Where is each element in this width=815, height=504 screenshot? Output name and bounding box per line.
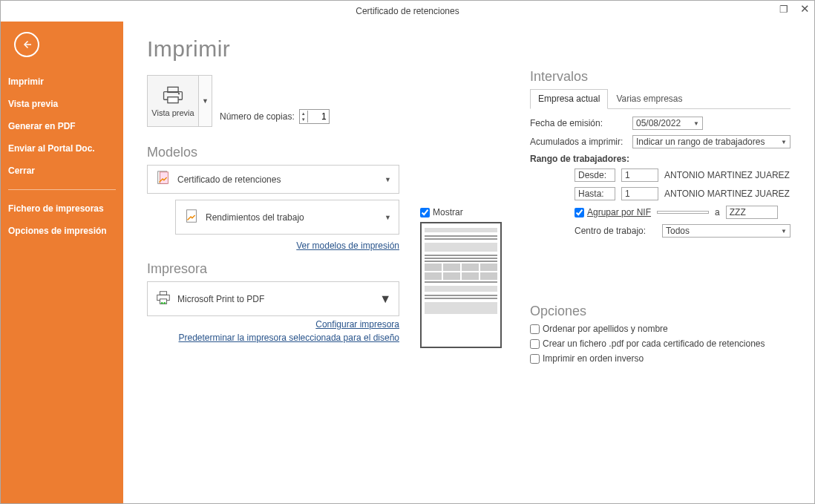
close-icon[interactable]: ✕ <box>798 2 811 16</box>
chevron-down-icon: ▼ <box>781 228 787 235</box>
main-content: Imprimir Vista previa ▼ <box>123 22 814 503</box>
opcion-ordenar[interactable]: Ordenar por apellidos y nombre <box>530 324 791 334</box>
left-column: Imprimir Vista previa ▼ <box>147 36 399 488</box>
tab-varias-empresas[interactable]: Varias empresas <box>608 89 690 108</box>
copies-spinner[interactable]: ▲ ▼ <box>299 109 330 124</box>
back-button[interactable] <box>14 32 39 57</box>
sidebar-item-opciones[interactable]: Opciones de impresión <box>1 220 123 242</box>
fecha-label: Fecha de emisión: <box>530 118 626 128</box>
mid-column: Mostrar <box>420 36 509 488</box>
right-column: Intervalos Empresa actual Varias empresa… <box>530 36 791 488</box>
opcion2-label: Crear un fichero .pdf por cada certifica… <box>543 338 765 349</box>
sidebar-item-imprimir[interactable]: Imprimir <box>1 71 123 93</box>
desde-input[interactable]: 1 <box>621 168 658 182</box>
opcion3-label: Imprimir en orden inverso <box>543 353 644 364</box>
nif-from-input[interactable] <box>657 211 709 214</box>
printer-icon <box>161 85 185 105</box>
sidebar-separator <box>8 189 116 190</box>
nif-to-input[interactable]: ZZZ <box>726 206 778 219</box>
opcion1-label: Ordenar por apellidos y nombre <box>543 324 668 334</box>
link-configurar[interactable]: Configurar impresora <box>147 319 399 330</box>
titlebar: Certificado de retenciones ❐ ✕ <box>1 1 814 22</box>
centro-label: Centro de trabajo: <box>575 226 656 236</box>
svg-rect-8 <box>160 292 166 295</box>
body: Imprimir Vista previa Generar en PDF Env… <box>1 22 814 503</box>
svg-rect-2 <box>168 97 178 103</box>
modelo1-label: Certificado de retenciones <box>177 174 281 185</box>
modelo-certificado[interactable]: Certificado de retenciones ▼ <box>147 165 399 194</box>
hasta-label-box: Hasta: <box>575 187 615 200</box>
mostrar-checkbox[interactable] <box>420 208 430 217</box>
acum-label: Acumulados a imprimir: <box>530 137 626 147</box>
fecha-input[interactable]: 05/08/2022 ▼ <box>632 117 703 130</box>
chevron-down-icon: ▼ <box>384 176 391 183</box>
tabs: Empresa actual Varias empresas <box>530 89 791 109</box>
vista-previa-dropdown[interactable]: ▼ <box>199 75 212 127</box>
desde-name: ANTONIO MARTINEZ JUAREZ <box>664 170 790 180</box>
impresora-name: Microsoft Print to PDF <box>177 294 264 304</box>
opciones-heading: Opciones <box>530 304 791 319</box>
svg-rect-9 <box>160 299 166 304</box>
maximize-icon[interactable]: ❐ <box>777 2 791 16</box>
intervalos-heading: Intervalos <box>530 69 791 85</box>
mostrar-check[interactable]: Mostrar <box>420 207 509 217</box>
check-fichero[interactable] <box>530 339 540 349</box>
agrupar-checkbox[interactable] <box>575 208 584 217</box>
sidebar-item-vista-previa[interactable]: Vista previa <box>1 93 123 115</box>
chevron-down-icon: ▼ <box>693 120 699 127</box>
sidebar-item-fichero[interactable]: Fichero de impresoras <box>1 197 123 220</box>
chevron-down-icon: ▼ <box>379 292 391 306</box>
vista-previa-button[interactable]: Vista previa <box>147 75 199 127</box>
link-predeterminar[interactable]: Predeterminar la impresora seleccionada … <box>147 333 399 343</box>
acum-select[interactable]: Indicar un rango de trabajadores ▼ <box>632 135 791 148</box>
rango-heading: Rango de trabajadores: <box>530 154 791 164</box>
copies-input[interactable] <box>308 111 329 122</box>
sidebar-item-enviar-portal[interactable]: Enviar al Portal Doc. <box>1 137 123 160</box>
print-row: Vista previa ▼ Número de copias: ▲ ▼ <box>147 75 399 127</box>
chevron-down-icon: ▼ <box>781 139 787 145</box>
copies-row: Número de copias: ▲ ▼ <box>220 109 330 124</box>
desde-label-box: Desde: <box>575 168 615 182</box>
modelo2-label: Rendimientos del trabajo <box>206 212 304 223</box>
check-inverso[interactable] <box>530 354 540 364</box>
sidebar: Imprimir Vista previa Generar en PDF Env… <box>1 22 123 503</box>
sidebar-item-cerrar[interactable]: Cerrar <box>1 160 123 182</box>
hasta-input[interactable]: 1 <box>621 187 658 200</box>
agrupar-label: Agrupar por NIF <box>587 207 651 217</box>
copies-label: Número de copias: <box>220 111 295 122</box>
modelo-rendimientos[interactable]: Rendimientos del trabajo ▼ <box>175 200 399 235</box>
opcion-inverso[interactable]: Imprimir en orden inverso <box>530 353 791 364</box>
chevron-down-icon: ▼ <box>384 214 391 221</box>
fecha-value: 05/08/2022 <box>636 118 681 128</box>
opcion-fichero[interactable]: Crear un fichero .pdf por cada certifica… <box>530 338 791 349</box>
vista-previa-label: Vista previa <box>151 108 194 117</box>
impresora-select[interactable]: Microsoft Print to PDF ▼ <box>147 281 399 316</box>
mostrar-label: Mostrar <box>433 207 463 217</box>
hasta-name: ANTONIO MARTINEZ JUAREZ <box>664 189 790 199</box>
preview-thumbnail[interactable] <box>420 222 502 348</box>
centro-value: Todos <box>666 226 690 236</box>
spinner-down-icon[interactable]: ▼ <box>300 117 307 122</box>
spinner-up-icon[interactable]: ▲ <box>300 111 307 117</box>
agrupar-nif-check[interactable]: Agrupar por NIF <box>575 207 651 217</box>
printer-icon <box>155 289 171 308</box>
impresora-heading: Impresora <box>147 261 399 277</box>
sidebar-item-generar-pdf[interactable]: Generar en PDF <box>1 115 123 137</box>
window: Certificado de retenciones ❐ ✕ Imprimir … <box>0 0 815 504</box>
a-separator: a <box>715 207 720 217</box>
document-icon <box>155 170 171 189</box>
modelos-heading: Modelos <box>147 145 399 160</box>
svg-point-11 <box>163 302 166 304</box>
link-ver-modelos[interactable]: Ver modelos de impresión <box>147 240 399 251</box>
svg-point-10 <box>161 302 163 304</box>
document-icon <box>183 208 200 226</box>
window-title: Certificado de retenciones <box>356 6 459 16</box>
arrow-left-icon <box>20 38 33 51</box>
svg-point-3 <box>178 93 180 94</box>
check-ordenar[interactable] <box>530 324 540 334</box>
centro-select[interactable]: Todos ▼ <box>662 224 791 238</box>
page-title: Imprimir <box>147 36 399 62</box>
tab-empresa-actual[interactable]: Empresa actual <box>530 89 608 109</box>
window-controls: ❐ ✕ <box>777 2 811 16</box>
acum-value: Indicar un rango de trabajadores <box>636 137 765 147</box>
